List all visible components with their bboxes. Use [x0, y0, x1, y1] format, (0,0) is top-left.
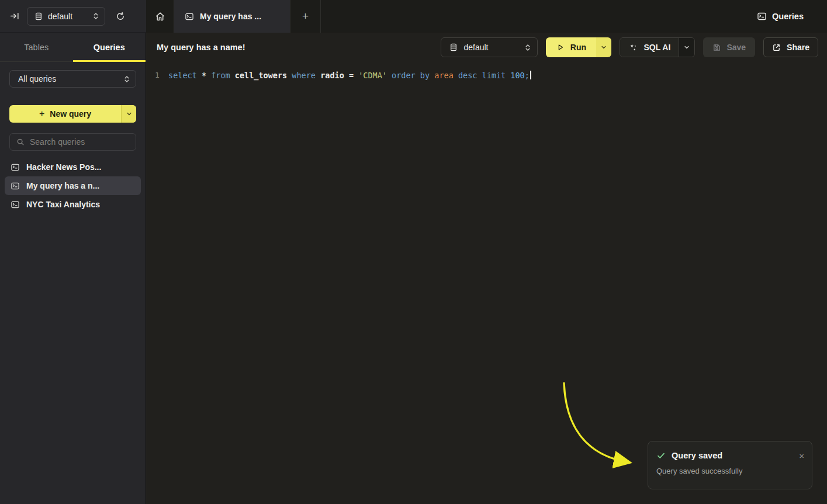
- sidebar-tabs: Tables Queries: [0, 33, 146, 62]
- new-tab-button[interactable]: +: [290, 0, 321, 33]
- tab-strip: My query has ... + Queries: [146, 0, 827, 33]
- sql-token-keyword: from: [211, 71, 235, 80]
- sql-token-function: area: [434, 71, 458, 80]
- tab-label: My query has ...: [200, 12, 261, 21]
- sidebar-tab-queries[interactable]: Queries: [73, 33, 146, 61]
- sql-token-keyword: order by: [392, 71, 434, 80]
- toast-message: Query saved successfully: [648, 460, 812, 475]
- query-icon: [11, 163, 20, 172]
- run-button[interactable]: Run: [546, 37, 596, 57]
- toast-title: Query saved: [672, 451, 722, 460]
- toolbar-database-value: default: [463, 43, 488, 52]
- annotation-arrow: [549, 371, 649, 477]
- sql-token-string: 'CDMA': [358, 71, 392, 80]
- text-cursor: [530, 71, 531, 79]
- collapse-sidebar-icon: [10, 11, 20, 21]
- collapse-sidebar-button[interactable]: [5, 7, 25, 26]
- sidebar-tab-queries-label: Queries: [94, 43, 125, 52]
- query-item-label: My query has a n...: [26, 181, 99, 190]
- save-button[interactable]: Save: [703, 37, 755, 57]
- sql-ai-button[interactable]: SQL AI: [620, 38, 679, 57]
- refresh-icon: [116, 12, 125, 21]
- sql-token-identifier: cell_towers: [235, 71, 292, 80]
- sql-token-keyword: where: [292, 71, 320, 80]
- sidebar-body: All queries + New query: [0, 62, 146, 214]
- toolbar: default Run: [441, 37, 818, 57]
- search-queries-input[interactable]: [30, 137, 129, 147]
- search-icon: [16, 138, 25, 146]
- chevron-down-icon: [684, 44, 690, 50]
- new-query-button[interactable]: + New query: [9, 105, 136, 123]
- database-selector-value: default: [48, 12, 72, 21]
- play-icon: [556, 43, 565, 51]
- query-icon: [11, 182, 20, 190]
- check-icon: [656, 451, 666, 460]
- toolbar-database-selector[interactable]: default: [441, 37, 538, 57]
- plus-icon: +: [302, 10, 309, 23]
- new-query-label: New query: [50, 109, 91, 119]
- close-icon[interactable]: ×: [799, 451, 804, 460]
- sql-token-number: 100: [510, 71, 524, 80]
- chevron-down-icon: [126, 111, 132, 117]
- sql-token-keyword: desc: [458, 71, 482, 80]
- query-filter-select[interactable]: All queries: [9, 70, 136, 88]
- sql-token-operator: =: [349, 71, 358, 80]
- updown-chevron-icon: [93, 12, 99, 20]
- new-query-main[interactable]: + New query: [9, 105, 121, 123]
- active-tab-underline: [73, 60, 146, 62]
- run-button-group: Run: [546, 37, 611, 57]
- query-list-item-selected[interactable]: My query has a n...: [5, 176, 141, 195]
- toast-header: Query saved ×: [648, 442, 812, 460]
- sql-token-punctuation: ;: [525, 71, 530, 80]
- tab-my-query[interactable]: My query has ...: [174, 0, 290, 33]
- query-icon: [11, 200, 20, 209]
- toast-query-saved: Query saved × Query saved successfully: [648, 441, 812, 489]
- sql-ai-label: SQL AI: [643, 43, 670, 52]
- queries-indicator-label: Queries: [772, 12, 804, 21]
- search-queries-box: [9, 133, 136, 151]
- share-icon: [772, 43, 781, 52]
- query-filter-value: All queries: [18, 74, 56, 84]
- sidebar: Tables Queries All queries + New query: [0, 33, 146, 504]
- sql-ai-dropdown[interactable]: [679, 38, 694, 57]
- sql-token-keyword: limit: [482, 71, 511, 80]
- chevron-down-icon: [601, 44, 607, 50]
- share-button[interactable]: Share: [763, 37, 818, 57]
- refresh-button[interactable]: [110, 7, 130, 26]
- topbar-left: default: [0, 0, 146, 33]
- code-line[interactable]: select * from cell_towers where radio = …: [168, 69, 531, 82]
- home-icon: [155, 11, 165, 22]
- plus-icon: +: [39, 109, 44, 119]
- updown-chevron-icon: [124, 75, 130, 83]
- query-item-label: NYC Taxi Analytics: [26, 200, 100, 209]
- queries-icon: [757, 12, 767, 21]
- page-title: My query has a name!: [157, 43, 245, 52]
- query-list: Hacker News Pos... My query has a n... N…: [5, 158, 141, 214]
- sparkles-icon: [628, 43, 638, 52]
- home-button[interactable]: [146, 0, 174, 33]
- line-number: 1: [146, 69, 168, 82]
- sql-token-operator: *: [202, 71, 211, 80]
- sql-ai-button-group: SQL AI: [620, 37, 695, 57]
- sidebar-tab-tables-label: Tables: [24, 43, 49, 52]
- new-query-dropdown[interactable]: [121, 105, 136, 123]
- run-label: Run: [570, 43, 586, 52]
- database-selector[interactable]: default: [27, 7, 105, 26]
- save-label: Save: [726, 43, 746, 52]
- main-header: My query has a name! default: [146, 33, 827, 62]
- queries-indicator: Queries: [757, 0, 827, 33]
- query-list-item[interactable]: Hacker News Pos...: [5, 158, 141, 176]
- share-label: Share: [787, 43, 809, 52]
- database-icon: [449, 43, 458, 51]
- run-dropdown[interactable]: [596, 37, 611, 57]
- sql-token-keyword: select: [168, 71, 202, 80]
- query-tab-icon: [185, 12, 194, 21]
- sidebar-tab-tables[interactable]: Tables: [0, 33, 73, 61]
- query-list-item[interactable]: NYC Taxi Analytics: [5, 195, 141, 214]
- main-panel: My query has a name! default: [146, 33, 827, 504]
- sql-editor[interactable]: 1 select * from cell_towers where radio …: [146, 62, 827, 82]
- sql-token-identifier: radio: [320, 71, 349, 80]
- save-icon: [712, 43, 721, 52]
- updown-chevron-icon: [525, 44, 531, 51]
- database-icon: [34, 12, 43, 20]
